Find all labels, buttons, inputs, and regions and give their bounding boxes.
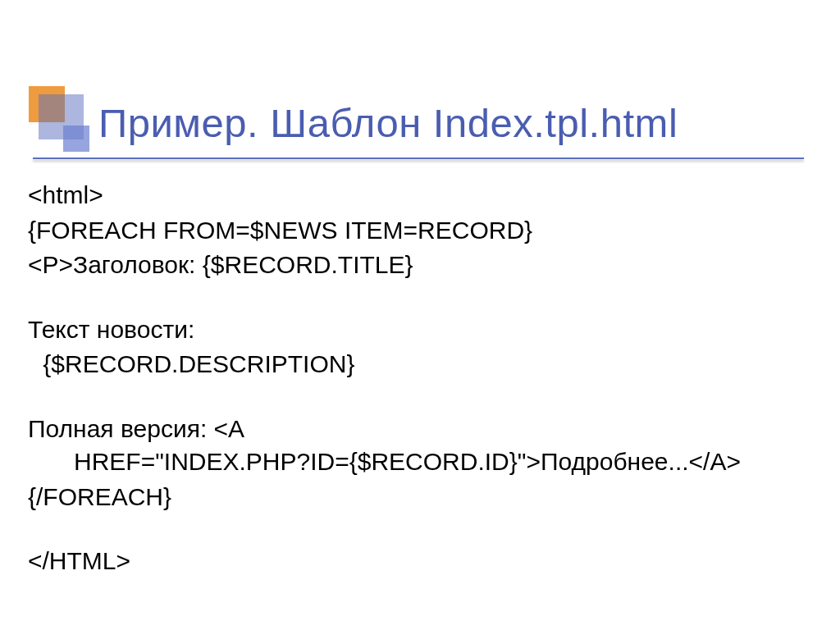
- code-line: Текст новости:: [28, 313, 799, 347]
- code-line: HREF="INDEX.PHP?ID={$RECORD.ID}">Подробн…: [28, 445, 799, 479]
- small-blue-square-icon: [63, 126, 89, 152]
- code-line: Полная версия: <A: [28, 413, 799, 446]
- slide-title: Пример. Шаблон Index.tpl.html: [98, 100, 678, 146]
- code-line: {$RECORD.DESCRIPTION}: [28, 348, 799, 381]
- corner-decoration: [29, 86, 103, 160]
- code-body: <html> {FOREACH FROM=$NEWS ITEM=RECORD} …: [28, 179, 799, 580]
- blank-line: [28, 515, 799, 545]
- code-line: <P>Заголовок: {$RECORD.TITLE}: [28, 249, 799, 282]
- code-line: <html>: [28, 179, 799, 212]
- code-line: {/FOREACH}: [28, 481, 799, 514]
- code-line: </HTML>: [28, 545, 799, 578]
- blank-line: [28, 383, 799, 413]
- title-underline: [33, 158, 804, 159]
- code-line: {FOREACH FROM=$NEWS ITEM=RECORD}: [28, 214, 799, 248]
- slide: Пример. Шаблон Index.tpl.html <html> {FO…: [0, 0, 840, 630]
- blank-line: [28, 284, 799, 313]
